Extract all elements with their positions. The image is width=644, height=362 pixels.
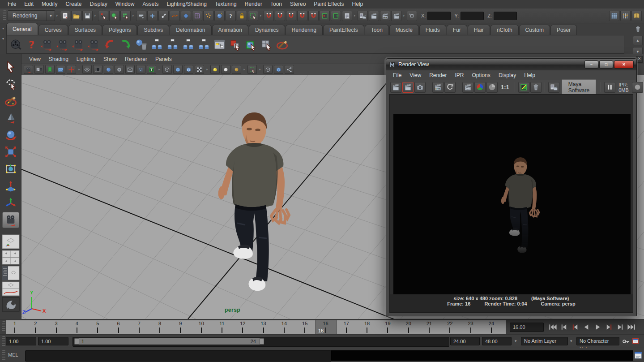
y-coordinate-field[interactable] (461, 12, 484, 20)
menu-window[interactable]: Window (111, 0, 139, 9)
resolution-gate-icon[interactable] (104, 65, 113, 74)
snap-projected-center-icon[interactable] (297, 11, 307, 21)
help-question-icon[interactable]: ? (24, 37, 39, 52)
camera-roll-icon[interactable] (55, 37, 70, 52)
panel-menu-shading[interactable]: Shading (45, 56, 73, 62)
rgb-channels-icon[interactable] (474, 82, 486, 93)
shelf-tab-subdivs[interactable]: Subdivs (137, 25, 169, 35)
snap-view-plane-icon[interactable] (308, 11, 319, 21)
render-view-menu-options[interactable]: Options (468, 72, 495, 78)
hypergraph-connections-icon[interactable] (196, 37, 211, 52)
safe-title-icon[interactable]: T (147, 65, 156, 74)
show-channel-box-icon[interactable] (609, 11, 619, 21)
open-render-settings-icon[interactable] (548, 82, 559, 93)
play-forwards-icon[interactable] (592, 322, 603, 332)
mask-deformations-icon[interactable] (192, 11, 202, 21)
command-line-drag-handle[interactable] (2, 350, 5, 361)
select-camera-icon[interactable] (24, 65, 33, 74)
select-object-icon[interactable] (109, 11, 119, 21)
textured-icon[interactable] (184, 65, 193, 74)
camera-share-icon[interactable] (285, 65, 294, 74)
isolate-select-icon[interactable] (247, 65, 257, 74)
range-slider-bar[interactable]: 1 24 (74, 338, 264, 345)
snap-point-icon[interactable] (286, 11, 296, 21)
last-tool-camera-icon[interactable] (2, 212, 19, 228)
render-view-menu-file[interactable]: File (389, 72, 405, 78)
paint-selection-icon[interactable] (2, 93, 19, 109)
refresh-ipr-icon[interactable] (444, 82, 456, 93)
select-component-icon[interactable] (120, 11, 131, 21)
menu-file[interactable]: File (4, 0, 20, 9)
toolbar-separator[interactable]: ▸ (353, 10, 357, 22)
ipr-render-icon[interactable]: IPR (432, 82, 444, 93)
auto-keyframe-icon[interactable] (622, 337, 630, 345)
viewport-pane-close-icon[interactable]: ✕ (636, 56, 643, 63)
shelf-tab-rendering[interactable]: Rendering (286, 25, 323, 35)
gate-mask-icon[interactable] (115, 65, 124, 74)
backface-culling-icon[interactable] (274, 65, 283, 74)
delete-shelf-trash-icon[interactable] (633, 24, 643, 34)
show-attribute-editor-icon[interactable] (631, 11, 642, 21)
mask-surfaces-icon[interactable] (181, 11, 191, 21)
image-plane-icon[interactable] (56, 65, 65, 74)
select-by-name-icon[interactable] (407, 11, 417, 21)
snap-curve-icon[interactable] (275, 11, 285, 21)
current-time-field[interactable] (510, 323, 544, 332)
shelf-collapse-arrows[interactable]: ▾▾ (0, 23, 6, 58)
menu-assets[interactable]: Assets (138, 0, 162, 9)
range-start-handle[interactable] (74, 338, 79, 345)
command-input[interactable] (25, 350, 331, 362)
step-back-frame-icon[interactable] (559, 322, 570, 332)
menu-help[interactable]: Help (348, 0, 367, 9)
menu-set-selector[interactable]: Rendering▼ (8, 10, 55, 21)
save-scene-icon[interactable] (82, 11, 93, 21)
hypergraph-up-node-icon[interactable] (165, 37, 180, 52)
transform-cursor-icon[interactable] (228, 37, 243, 52)
output-connections-icon[interactable] (331, 11, 341, 21)
panel-menu-panels[interactable]: Panels (151, 56, 176, 62)
shelf-tab-dynamics[interactable]: Dynamics (249, 25, 285, 35)
minimize-button[interactable]: – (584, 60, 598, 69)
shelf-tab-custom[interactable]: Custom (519, 25, 550, 35)
render-view-menu-ipr[interactable]: IPR (451, 72, 468, 78)
shelf-tab-polygons[interactable]: Polygons (102, 25, 137, 35)
panel-menu-lighting[interactable]: Lighting (73, 56, 99, 62)
geometry-select-icon[interactable] (243, 37, 258, 52)
smooth-shade-icon[interactable] (173, 65, 183, 74)
shelf-tab-general[interactable]: General (6, 23, 38, 35)
panel-menu-renderer[interactable]: Renderer (121, 56, 151, 62)
menu-edit[interactable]: Edit (20, 0, 38, 9)
play-backwards-icon[interactable] (581, 322, 592, 332)
camera-tumble-icon[interactable] (40, 37, 55, 52)
go-to-end-icon[interactable] (626, 322, 637, 332)
move-tool-icon[interactable] (2, 110, 19, 126)
layout-four-pane-icon[interactable] (2, 250, 20, 265)
open-render-view-icon[interactable] (358, 11, 368, 21)
command-language-toggle[interactable]: MEL (8, 352, 18, 358)
mask-misc-icon[interactable]: ? (226, 11, 236, 21)
poly-components-icon[interactable] (259, 37, 274, 52)
lasso-select-icon[interactable] (2, 76, 19, 92)
character-set-dropdown-icon[interactable]: ▾ (570, 339, 572, 343)
menu-stereo[interactable]: Stereo (286, 0, 310, 9)
menu-modify[interactable]: Modify (38, 0, 61, 9)
open-scene-icon[interactable] (71, 11, 81, 21)
shelf-tab-poser[interactable]: Poser (550, 25, 577, 35)
playback-end-field[interactable] (450, 337, 480, 345)
render-view-menu-display[interactable]: Display (495, 72, 520, 78)
shelf-tab-muscle[interactable]: Muscle (389, 25, 419, 35)
step-forward-key-icon[interactable] (603, 322, 614, 332)
mask-joints-icon[interactable] (158, 11, 169, 21)
layout-hypershade-icon[interactable] (2, 297, 20, 312)
render-current-frame-icon[interactable] (390, 82, 401, 93)
xray-icon[interactable] (263, 65, 273, 74)
animation-preferences-icon[interactable] (631, 337, 640, 345)
shelf-tab-surfaces[interactable]: Surfaces (68, 25, 102, 35)
panel-menu-view[interactable]: View (25, 56, 45, 62)
grid-icon[interactable] (82, 65, 92, 74)
time-slider-track[interactable]: 1612345678910111213141516171819202122232… (6, 320, 506, 334)
camera-attributes-icon[interactable] (34, 65, 44, 74)
scale-tool-icon[interactable] (2, 144, 19, 160)
mask-handles-icon[interactable] (147, 11, 158, 21)
construction-history-icon[interactable] (342, 11, 352, 21)
